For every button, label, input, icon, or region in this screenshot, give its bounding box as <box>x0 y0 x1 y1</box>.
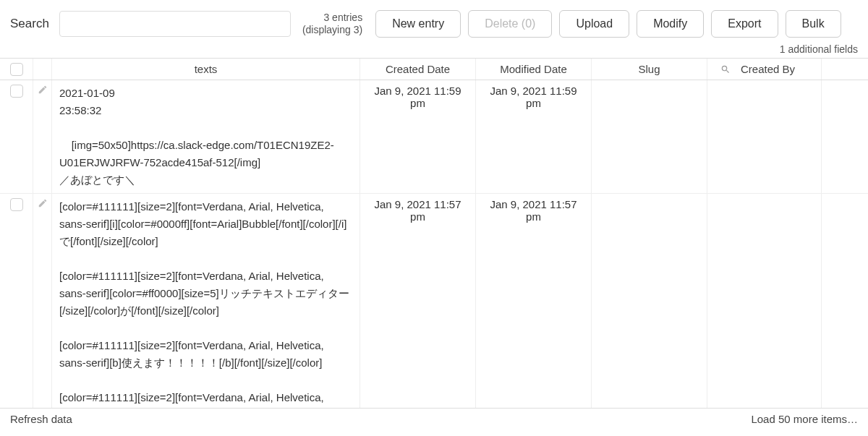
refresh-data-link[interactable]: Refresh data <box>10 413 72 425</box>
search-label: Search <box>10 17 49 31</box>
edit-row-button[interactable] <box>33 80 52 193</box>
load-more-link[interactable]: Load 50 more items… <box>751 413 858 425</box>
header-edit-cell <box>33 59 52 80</box>
data-grid: texts Created Date Modified Date Slug Cr… <box>0 58 868 409</box>
header-checkbox-cell <box>0 59 33 80</box>
edit-row-button[interactable] <box>33 194 52 409</box>
cell-created-by[interactable] <box>707 194 822 409</box>
export-button[interactable]: Export <box>711 10 778 38</box>
header-modified[interactable]: Modified Date <box>476 59 592 80</box>
table-row: 2021-01-09 23:58:32 [img=50x50]https://c… <box>0 80 868 194</box>
cell-created[interactable]: Jan 9, 2021 11:59 pm <box>367 85 468 109</box>
cell-created-by[interactable] <box>707 80 822 193</box>
header-row: texts Created Date Modified Date Slug Cr… <box>0 59 868 80</box>
row-checkbox[interactable] <box>10 198 23 211</box>
additional-fields-link[interactable]: 1 additional fields <box>0 43 868 58</box>
header-created[interactable]: Created Date <box>360 59 476 80</box>
cell-remainder <box>822 194 868 409</box>
header-remainder <box>822 59 868 80</box>
header-texts[interactable]: texts <box>52 59 360 80</box>
cell-modified[interactable]: Jan 9, 2021 11:59 pm <box>483 85 584 109</box>
cell-slug[interactable] <box>592 80 707 193</box>
entries-count: 3 entries (displaying 3) <box>302 12 362 37</box>
entries-count-line2: (displaying 3) <box>302 24 362 37</box>
cell-texts[interactable]: 2021-01-09 23:58:32 [img=50x50]https://c… <box>59 85 352 189</box>
header-created-by-label: Created By <box>736 63 795 75</box>
row-checkbox-cell <box>0 194 33 409</box>
delete-button[interactable]: Delete (0) <box>468 10 552 38</box>
bulk-button[interactable]: Bulk <box>786 10 841 38</box>
cell-modified[interactable]: Jan 9, 2021 11:57 pm <box>483 198 584 223</box>
entries-count-line1: 3 entries <box>302 12 362 25</box>
cell-remainder <box>822 80 868 193</box>
row-checkbox[interactable] <box>10 85 23 98</box>
search-input[interactable] <box>59 11 291 37</box>
header-created-by[interactable]: Created By <box>707 59 822 80</box>
upload-button[interactable]: Upload <box>559 10 629 38</box>
select-all-checkbox[interactable] <box>10 63 23 76</box>
new-entry-button[interactable]: New entry <box>375 10 461 38</box>
row-checkbox-cell <box>0 80 33 193</box>
search-icon[interactable] <box>715 64 736 74</box>
cell-texts[interactable]: [color=#111111][size=2][font=Verdana, Ar… <box>59 198 352 409</box>
table-row: [color=#111111][size=2][font=Verdana, Ar… <box>0 194 868 409</box>
header-slug[interactable]: Slug <box>592 59 707 80</box>
cell-slug[interactable] <box>592 194 707 409</box>
cell-created[interactable]: Jan 9, 2021 11:57 pm <box>367 198 468 223</box>
modify-button[interactable]: Modify <box>637 10 704 38</box>
